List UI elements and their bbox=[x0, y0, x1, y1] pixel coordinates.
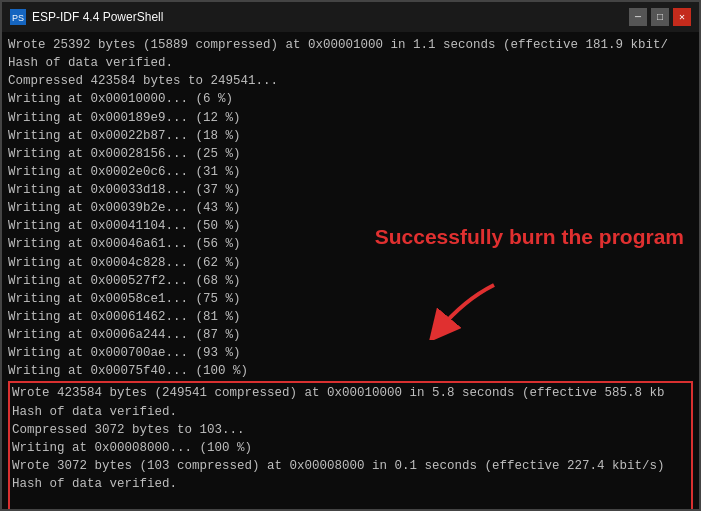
window-controls: ─ □ ✕ bbox=[629, 8, 691, 26]
terminal-line: Writing at 0x00046a61... (56 %) bbox=[8, 235, 693, 253]
terminal-line: Wrote 25392 bytes (15889 compressed) at … bbox=[8, 36, 693, 54]
terminal-line: Writing at 0x0002e0c6... (31 %) bbox=[8, 163, 693, 181]
terminal-line: Writing at 0x00022b87... (18 %) bbox=[8, 127, 693, 145]
highlighted-line: Writing at 0x00008000... (100 %) bbox=[12, 439, 689, 457]
terminal-line: Writing at 0x00010000... (6 %) bbox=[8, 90, 693, 108]
svg-text:PS: PS bbox=[12, 13, 24, 23]
terminal-line: Writing at 0x0004c828... (62 %) bbox=[8, 254, 693, 272]
maximize-button[interactable]: □ bbox=[651, 8, 669, 26]
terminal-line: Writing at 0x000189e9... (12 %) bbox=[8, 109, 693, 127]
terminal-line: Writing at 0x00028156... (25 %) bbox=[8, 145, 693, 163]
highlighted-line: Wrote 3072 bytes (103 compressed) at 0x0… bbox=[12, 457, 689, 475]
terminal-line: Writing at 0x000700ae... (93 %) bbox=[8, 344, 693, 362]
terminal-output: Wrote 25392 bytes (15889 compressed) at … bbox=[2, 32, 699, 509]
close-button[interactable]: ✕ bbox=[673, 8, 691, 26]
success-arrow bbox=[424, 280, 504, 346]
terminal-line: Writing at 0x00058ce1... (75 %) bbox=[8, 290, 693, 308]
terminal-line: Writing at 0x00039b2e... (43 %) bbox=[8, 199, 693, 217]
title-bar: PS ESP-IDF 4.4 PowerShell ─ □ ✕ bbox=[2, 2, 699, 32]
highlighted-line: Hash of data verified. bbox=[12, 403, 689, 421]
highlighted-line bbox=[12, 493, 689, 509]
app-icon: PS bbox=[10, 9, 26, 25]
terminal-line: Writing at 0x000527f2... (68 %) bbox=[8, 272, 693, 290]
app-window: PS ESP-IDF 4.4 PowerShell ─ □ ✕ Wrote 25… bbox=[0, 0, 701, 511]
terminal-line: Writing at 0x0006a244... (87 %) bbox=[8, 326, 693, 344]
highlighted-line: Compressed 3072 bytes to 103... bbox=[12, 421, 689, 439]
highlighted-line: Hash of data verified. bbox=[12, 475, 689, 493]
minimize-button[interactable]: ─ bbox=[629, 8, 647, 26]
terminal-line: Compressed 423584 bytes to 249541... bbox=[8, 72, 693, 90]
terminal-line: Hash of data verified. bbox=[8, 54, 693, 72]
window-title: ESP-IDF 4.4 PowerShell bbox=[32, 10, 623, 24]
terminal-line: Writing at 0x00041104... (50 %) bbox=[8, 217, 693, 235]
terminal-line: Writing at 0x00033d18... (37 %) bbox=[8, 181, 693, 199]
terminal-line: Writing at 0x00061462... (81 %) bbox=[8, 308, 693, 326]
highlight-section: Wrote 423584 bytes (249541 compressed) a… bbox=[8, 381, 693, 509]
highlighted-line: Wrote 423584 bytes (249541 compressed) a… bbox=[12, 384, 689, 402]
terminal-line: Writing at 0x00075f40... (100 %) bbox=[8, 362, 693, 380]
